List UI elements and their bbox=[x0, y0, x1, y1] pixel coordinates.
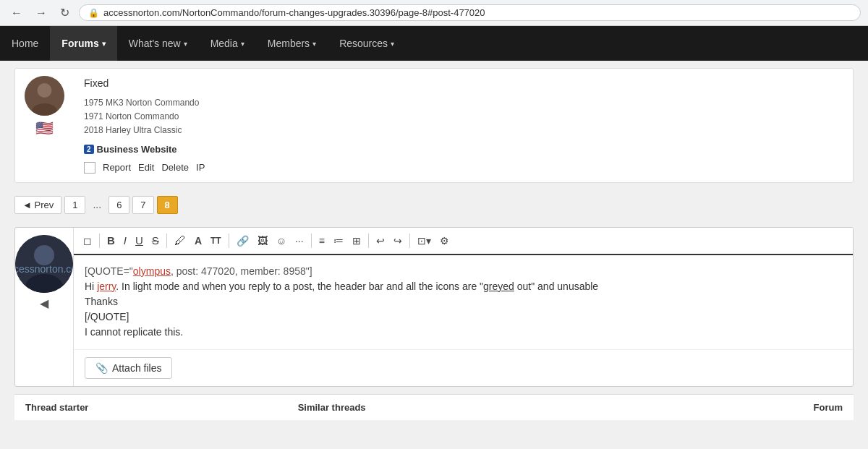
page-1-button[interactable]: 1 bbox=[64, 196, 85, 214]
editor-avatar: accessnorton.com bbox=[15, 235, 73, 293]
report-action[interactable]: Report bbox=[103, 162, 131, 173]
page-7-button[interactable]: 7 bbox=[132, 196, 153, 214]
editor-sidebar: accessnorton.com ◀ bbox=[15, 228, 73, 386]
nav-media[interactable]: Media ▾ bbox=[199, 26, 256, 61]
underline-button[interactable]: U bbox=[132, 232, 147, 249]
main-content: 🇺🇸 Fixed 1975 MK3 Norton Commando 1971 N… bbox=[0, 61, 868, 427]
undo-button[interactable]: ↩ bbox=[373, 233, 388, 249]
editor-footer: 📎 Attach files bbox=[74, 349, 853, 386]
list-button[interactable]: ≔ bbox=[330, 233, 347, 249]
lock-icon: 🔒 bbox=[88, 8, 99, 18]
business-label: Business Website bbox=[97, 144, 177, 155]
bike-item-3: 2018 Harley Ultra Classic bbox=[84, 124, 842, 137]
footer-header: Thread starter Similar threads Forum bbox=[14, 394, 854, 420]
refresh-button[interactable]: ↻ bbox=[56, 4, 73, 21]
editor-content[interactable]: [QUOTE="olympus, post: 477020, member: 8… bbox=[74, 255, 853, 349]
font-family-button[interactable]: TT bbox=[207, 234, 225, 248]
toolbar-separator-6 bbox=[409, 234, 410, 248]
media-insert-button[interactable]: ⊡▾ bbox=[414, 233, 435, 249]
post-actions: Report Edit Delete IP bbox=[84, 162, 842, 174]
link-button[interactable]: 🔗 bbox=[233, 233, 252, 249]
editor-settings-button[interactable]: ⚙ bbox=[436, 233, 453, 249]
editor-card: accessnorton.com ◀ ◻ B I U S 🖊 A TT 🔗 🖼 … bbox=[14, 227, 854, 387]
strikethrough-button[interactable]: S bbox=[148, 232, 163, 249]
address-bar[interactable]: 🔒 accessnorton.com/NortonCommando/forum-… bbox=[79, 4, 861, 21]
prev-button[interactable]: ◄ Prev bbox=[14, 196, 61, 214]
color-button[interactable]: 🖊 bbox=[171, 232, 190, 249]
post-checkbox[interactable] bbox=[84, 162, 95, 174]
bold-button[interactable]: B bbox=[103, 232, 119, 249]
footer-col-thread-starter: Thread starter bbox=[25, 402, 298, 413]
post-sidebar: 🇺🇸 bbox=[15, 69, 73, 182]
emoji-button[interactable]: ☺ bbox=[273, 233, 290, 249]
toolbar-separator-3 bbox=[229, 234, 229, 248]
delete-action[interactable]: Delete bbox=[161, 162, 189, 173]
toolbar-separator-1 bbox=[99, 234, 100, 248]
redo-button[interactable]: ↪ bbox=[390, 233, 406, 249]
nav-whats-new[interactable]: What's new ▾ bbox=[117, 26, 199, 61]
edit-action[interactable]: Edit bbox=[138, 162, 154, 173]
clear-format-button[interactable]: ◻ bbox=[80, 233, 95, 249]
resources-caret-icon: ▾ bbox=[391, 40, 394, 48]
editor-avatar-image: accessnorton.com bbox=[15, 235, 73, 293]
footer-col-forum: Forum bbox=[570, 402, 843, 413]
pagination: ◄ Prev 1 ... 6 7 8 bbox=[14, 190, 854, 220]
avatar bbox=[25, 76, 64, 116]
italic-button[interactable]: I bbox=[120, 232, 130, 249]
post-text: Fixed bbox=[84, 77, 842, 89]
attach-files-button[interactable]: 📎 Attach files bbox=[85, 357, 172, 379]
page-ellipsis: ... bbox=[88, 196, 106, 213]
editor-toolbar: ◻ B I U S 🖊 A TT 🔗 🖼 ☺ ··· ≡ ≔ ⊞ bbox=[74, 228, 853, 255]
image-button[interactable]: 🖼 bbox=[254, 233, 271, 249]
url-text: accessnorton.com/NortonCommando/forum-ch… bbox=[103, 7, 485, 18]
forward-button[interactable]: → bbox=[32, 5, 51, 21]
bike-item-1: 1975 MK3 Norton Commando bbox=[84, 96, 842, 110]
paperclip-icon: 📎 bbox=[95, 362, 108, 374]
quote-reference: [QUOTE="olympus, post: 477020, member: 8… bbox=[85, 265, 312, 277]
toolbar-separator-2 bbox=[166, 234, 167, 248]
footer-col-similar-threads: Similar threads bbox=[298, 402, 571, 413]
whats-new-caret-icon: ▾ bbox=[184, 40, 187, 48]
svg-text:accessnorton.com: accessnorton.com bbox=[15, 263, 73, 275]
nav-home[interactable]: Home bbox=[0, 26, 50, 61]
flag-icon: 🇺🇸 bbox=[35, 119, 54, 137]
toolbar-separator-4 bbox=[311, 234, 312, 248]
back-button[interactable]: ← bbox=[7, 5, 26, 21]
collapse-button[interactable]: ◀ bbox=[40, 296, 48, 310]
svg-point-1 bbox=[37, 83, 51, 98]
align-button[interactable]: ≡ bbox=[315, 233, 328, 249]
avatar-image bbox=[25, 76, 64, 116]
top-nav: Home Forums ▾ What's new ▾ Media ▾ Membe… bbox=[0, 26, 868, 61]
attach-label: Attach files bbox=[112, 362, 161, 374]
nav-resources[interactable]: Resources ▾ bbox=[328, 26, 406, 61]
post-body: Fixed 1975 MK3 Norton Commando 1971 Nort… bbox=[73, 69, 853, 182]
table-button[interactable]: ⊞ bbox=[349, 233, 365, 249]
svg-point-4 bbox=[34, 245, 54, 265]
editor-main: ◻ B I U S 🖊 A TT 🔗 🖼 ☺ ··· ≡ ≔ ⊞ bbox=[73, 228, 853, 386]
page-8-button[interactable]: 8 bbox=[157, 196, 178, 214]
business-link[interactable]: 2 Business Website bbox=[84, 144, 177, 155]
media-caret-icon: ▾ bbox=[241, 40, 244, 48]
browser-bar: ← → ↻ 🔒 accessnorton.com/NortonCommando/… bbox=[0, 0, 868, 26]
font-size-button[interactable]: A bbox=[191, 233, 205, 249]
toolbar-separator-5 bbox=[368, 234, 369, 248]
nav-members[interactable]: Members ▾ bbox=[256, 26, 328, 61]
more-button[interactable]: ··· bbox=[292, 233, 307, 249]
bike-item-2: 1971 Norton Commando bbox=[84, 110, 842, 124]
members-caret-icon: ▾ bbox=[312, 40, 316, 48]
ip-action[interactable]: IP bbox=[196, 162, 205, 173]
jerry-mention: jerry bbox=[97, 281, 116, 292]
forums-caret-icon: ▾ bbox=[102, 40, 106, 48]
page-6-button[interactable]: 6 bbox=[109, 196, 129, 214]
greyed-word: greyed bbox=[483, 281, 514, 292]
business-icon: 2 bbox=[84, 145, 94, 154]
post-card: 🇺🇸 Fixed 1975 MK3 Norton Commando 1971 N… bbox=[14, 68, 854, 183]
nav-forums[interactable]: Forums ▾ bbox=[50, 26, 116, 61]
bike-list: 1975 MK3 Norton Commando 1971 Norton Com… bbox=[84, 96, 842, 138]
